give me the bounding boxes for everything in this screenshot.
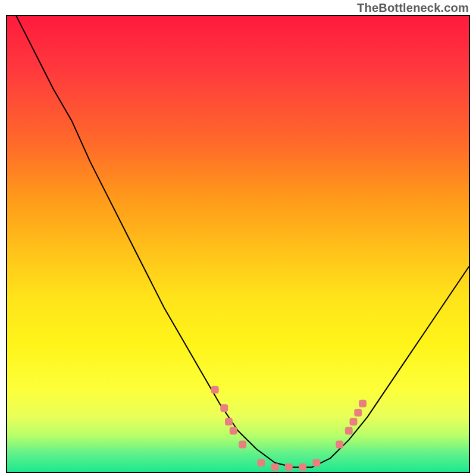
watermark-text: TheBottleneck.com: [357, 1, 469, 15]
marker-point: [230, 427, 237, 435]
marker-point: [211, 386, 219, 394]
marker-point: [359, 400, 367, 408]
marker-point: [299, 464, 306, 471]
plot-area: [6, 15, 470, 473]
marker-point: [312, 459, 320, 466]
marker-point: [239, 441, 246, 449]
marker-point: [345, 427, 353, 435]
chart-container: TheBottleneck.com: [0, 0, 476, 476]
marker-point: [336, 441, 343, 449]
marker-point: [354, 409, 362, 416]
curve-svg: [7, 16, 469, 472]
marker-point: [225, 418, 233, 425]
marker-point: [285, 464, 293, 471]
marker-point: [350, 418, 358, 425]
bottleneck-curve-line: [17, 16, 469, 467]
marker-point: [220, 404, 228, 412]
sweet-spot-markers: [211, 386, 367, 471]
marker-point: [271, 464, 279, 471]
marker-point: [257, 459, 265, 466]
